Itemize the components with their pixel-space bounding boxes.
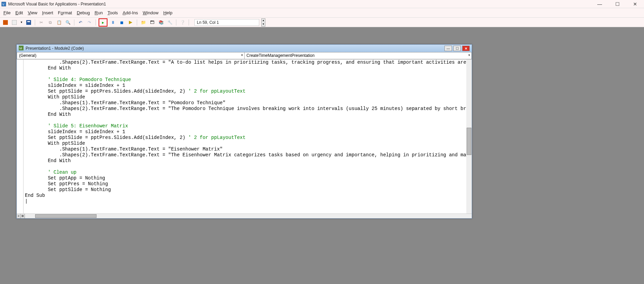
toolbar-separator (74, 19, 74, 26)
copy-button[interactable]: ⧉ (47, 19, 54, 26)
object-dropdown[interactable]: (General) ▾ (17, 52, 244, 59)
break-button[interactable]: ⏸ (109, 19, 116, 26)
redo-button[interactable]: ↷ (86, 19, 93, 26)
svg-rect-3 (12, 20, 17, 25)
horizontal-scrollbar[interactable] (25, 214, 472, 218)
code-editor[interactable]: .Shapes(2).TextFrame.TextRange.Text = "A… (17, 60, 472, 214)
run-sub-button[interactable]: ▸ (99, 18, 107, 27)
svg-text:M: M (19, 47, 22, 50)
procedure-dropdown[interactable]: CreateTimeManagementPresentation ▾ (244, 52, 472, 59)
code-window-title: Presentation1 - Module2 (Code) (26, 46, 84, 51)
standard-toolbar: ▼ ✂ ⧉ 📋 🔍 ↶ ↷ ▸ ⏸ ◼ 📁 🗔 📚 🔧 ❔ Ln 59, Col… (0, 18, 644, 27)
svg-text:V: V (2, 2, 4, 6)
app-close-button[interactable]: ✕ (632, 1, 639, 7)
menu-debug[interactable]: Debug (77, 10, 90, 15)
app-title: Microsoft Visual Basic for Applications … (8, 2, 106, 6)
toolbar-separator (96, 19, 96, 26)
menu-edit[interactable]: Edit (15, 10, 23, 15)
toolbar-separator (35, 19, 35, 26)
undo-button[interactable]: ↶ (77, 19, 84, 26)
code-window: M Presentation1 - Module2 (Code) — ☐ ✕ (… (16, 44, 472, 219)
menu-format[interactable]: Format (58, 10, 72, 15)
toolbox-button[interactable]: 🔧 (166, 19, 173, 26)
vertical-scrollbar[interactable] (466, 60, 472, 214)
chevron-down-icon: ▾ (241, 53, 243, 57)
vba-app-icon: V (1, 2, 6, 6)
menu-bar: File Edit View Insert Format Debug Run T… (0, 8, 644, 18)
full-module-view-button[interactable]: ⊞ (21, 214, 25, 218)
svg-rect-4 (26, 20, 31, 25)
toolbar-scroll[interactable]: ▴▾ (261, 18, 265, 27)
code-window-close-button[interactable]: ✕ (462, 46, 470, 51)
menu-insert[interactable]: Insert (42, 10, 53, 15)
toolbar-separator (137, 19, 137, 26)
save-button[interactable] (25, 19, 32, 26)
menu-addins[interactable]: Add-Ins (123, 10, 138, 15)
project-explorer-button[interactable]: 📁 (140, 19, 147, 26)
app-maximize-button[interactable]: ☐ (614, 1, 621, 7)
object-browser-button[interactable]: 📚 (158, 19, 164, 26)
menu-tools[interactable]: Tools (107, 10, 118, 15)
svg-rect-2 (3, 20, 8, 25)
object-dropdown-value: (General) (19, 53, 36, 58)
module-icon: M (19, 46, 24, 51)
cut-button[interactable]: ✂ (38, 19, 45, 26)
menu-view[interactable]: View (28, 10, 37, 15)
menu-file[interactable]: File (3, 10, 11, 15)
app-titlebar: V Microsoft Visual Basic for Application… (0, 0, 644, 8)
cursor-position: Ln 59, Col 1 (194, 19, 259, 26)
horizontal-scrollbar-row: ≡ ⊞ (17, 214, 472, 218)
help-button[interactable]: ❔ (179, 19, 186, 26)
code-window-maximize-button[interactable]: ☐ (453, 46, 461, 51)
code-window-minimize-button[interactable]: — (444, 46, 452, 51)
reset-button[interactable]: ◼ (118, 19, 125, 26)
scrollbar-thumb[interactable] (35, 214, 97, 218)
design-mode-button[interactable] (127, 19, 134, 26)
insert-module-button[interactable] (11, 19, 18, 26)
app-minimize-button[interactable]: — (596, 1, 603, 7)
code-margin (17, 60, 24, 214)
view-powerpoint-button[interactable] (2, 19, 9, 26)
menu-help[interactable]: Help (163, 10, 173, 15)
menu-window[interactable]: Window (143, 10, 158, 15)
menu-run[interactable]: Run (94, 10, 103, 15)
toolbar-separator (189, 19, 189, 26)
procedure-dropdown-value: CreateTimeManagementPresentation (247, 53, 315, 58)
svg-marker-6 (129, 21, 132, 24)
dropdown-arrow-icon[interactable]: ▼ (20, 19, 23, 26)
chevron-down-icon: ▾ (468, 53, 470, 57)
svg-rect-5 (27, 21, 30, 22)
procedure-view-button[interactable]: ≡ (17, 214, 21, 218)
code-window-titlebar[interactable]: M Presentation1 - Module2 (Code) — ☐ ✕ (17, 45, 472, 52)
paste-button[interactable]: 📋 (56, 19, 62, 26)
code-dropdown-row: (General) ▾ CreateTimeManagementPresenta… (17, 52, 472, 60)
properties-window-button[interactable]: 🗔 (149, 19, 156, 26)
mdi-client-area: M Presentation1 - Module2 (Code) — ☐ ✕ (… (0, 27, 644, 284)
scrollbar-thumb[interactable] (467, 128, 471, 155)
toolbar-separator (176, 19, 176, 26)
find-button[interactable]: 🔍 (64, 19, 71, 26)
